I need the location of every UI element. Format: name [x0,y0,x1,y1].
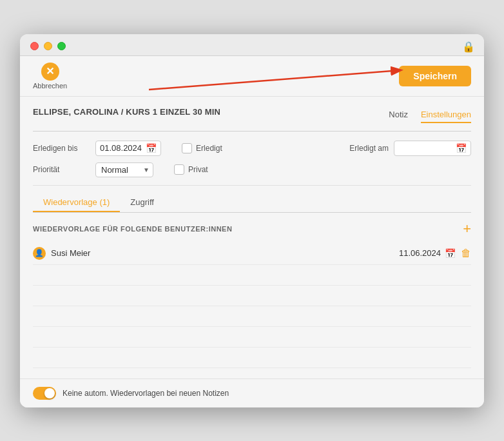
sub-tab-zugriff[interactable]: Zugriff [120,193,164,212]
maximize-button[interactable] [57,42,66,50]
record-title: ELLIPSE, CAROLINA / KURS 1 EINZEL 30 MIN [33,107,220,117]
cancel-button[interactable]: ✕ Abbrechen [33,63,67,90]
lock-icon: 🔒 [462,41,475,53]
privat-label: Privat [188,165,208,174]
empty-row [33,327,471,348]
erledigt-checkbox[interactable] [182,143,192,153]
section-header: WIEDERVORLAGE FÜR FOLGENDE BENUTZER:INNE… [33,222,471,236]
user-row: 👤 Susi Meier 11.06.2024 📅 🗑 [33,242,471,265]
sub-tabs: Wiedervorlage (1) Zugriff [33,193,471,213]
privat-checkbox[interactable] [174,164,184,175]
user-icon: 👤 [33,247,46,260]
cancel-icon: ✕ [41,63,59,81]
main-content: ELLIPSE, CAROLINA / KURS 1 EINZEL 30 MIN… [20,97,484,378]
toggle[interactable] [33,387,56,400]
empty-rows [33,265,471,368]
title-bar: 🔒 [20,34,484,56]
bottom-bar: Keine autom. Wiedervorlagen bei neuen No… [20,378,484,407]
erledigt-am-input[interactable]: 📅 [394,141,471,156]
user-date: 11.06.2024 📅 [399,248,456,259]
prioritaet-wrap: Normal Niedrig Hoch Dringend ▼ [95,162,153,177]
privat-wrap: Privat [174,164,208,175]
user-calendar-icon[interactable]: 📅 [445,248,456,259]
delete-user-button[interactable]: 🗑 [461,248,471,259]
section-title: WIEDERVORLAGE FÜR FOLGENDE BENUTZER:INNE… [33,225,232,233]
main-window: 🔒 ✕ Abbrechen Speichern ELLIPSE, CAROLIN… [20,34,484,407]
toggle-label: Keine autom. Wiedervorlagen bei neuen No… [63,389,229,398]
add-button[interactable]: + [463,222,471,236]
toolbar: ✕ Abbrechen Speichern [20,56,484,97]
form-row-erledigen: Erledigen bis 01.08.2024 📅 Erledigt Erle… [33,141,471,156]
user-name: Susi Meier [51,248,394,258]
save-button[interactable]: Speichern [399,66,471,86]
divider [33,185,471,186]
tab-einstellungen[interactable]: Einstellungen [421,110,471,123]
toggle-knob [44,388,55,398]
traffic-lights [30,42,66,50]
erledigt-wrap: Erledigt [182,143,222,153]
erledigen-bis-value: 01.08.2024 [100,143,142,153]
close-button[interactable] [30,42,39,50]
empty-row [33,306,471,327]
top-tabs: Notiz Einstellungen [389,110,471,123]
erledigt-am-calendar-icon: 📅 [456,143,467,153]
empty-row [33,265,471,286]
prioritaet-label: Priorität [33,165,88,174]
erledigen-bis-input[interactable]: 01.08.2024 📅 [95,141,161,156]
erledigt-label: Erledigt [196,144,222,153]
erledigt-am-group: Erledigt am 📅 [349,141,471,156]
cancel-label: Abbrechen [33,82,67,90]
empty-row [33,348,471,368]
tab-notiz[interactable]: Notiz [389,110,408,123]
erledigen-bis-label: Erledigen bis [33,144,88,153]
calendar-icon: 📅 [146,143,157,153]
empty-row [33,286,471,306]
sub-tab-wiedervorlage[interactable]: Wiedervorlage (1) [33,193,120,212]
form-row-prioritaet: Priorität Normal Niedrig Hoch Dringend ▼… [33,162,471,177]
svg-line-1 [149,70,400,90]
user-date-value: 11.06.2024 [399,248,441,258]
minimize-button[interactable] [44,42,52,50]
prioritaet-select[interactable]: Normal Niedrig Hoch Dringend [95,162,153,177]
erledigt-am-label: Erledigt am [349,144,389,153]
